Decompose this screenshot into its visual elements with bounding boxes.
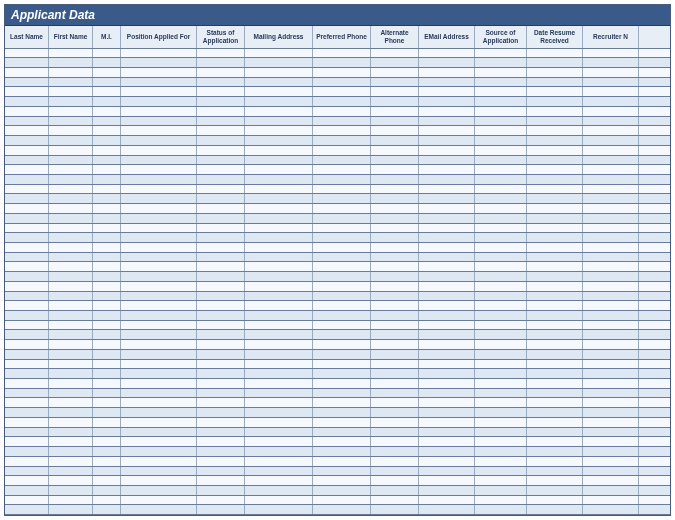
cell[interactable] [245, 233, 313, 242]
cell[interactable] [245, 58, 313, 67]
cell[interactable] [371, 243, 419, 252]
cell[interactable] [371, 175, 419, 184]
cell[interactable] [5, 350, 49, 359]
cell[interactable] [527, 408, 583, 417]
cell[interactable] [371, 408, 419, 417]
cell[interactable] [475, 292, 527, 301]
cell[interactable] [527, 360, 583, 369]
cell[interactable] [583, 107, 639, 116]
cell[interactable] [419, 379, 475, 388]
cell[interactable] [245, 117, 313, 126]
cell[interactable] [313, 301, 371, 310]
cell[interactable] [121, 486, 197, 495]
cell[interactable] [313, 360, 371, 369]
cell[interactable] [49, 447, 93, 456]
cell[interactable] [197, 68, 245, 77]
cell[interactable] [371, 58, 419, 67]
cell[interactable] [5, 418, 49, 427]
cell[interactable] [93, 233, 121, 242]
cell[interactable] [527, 496, 583, 505]
cell[interactable] [371, 340, 419, 349]
cell[interactable] [419, 224, 475, 233]
cell[interactable] [475, 262, 527, 271]
cell[interactable] [245, 379, 313, 388]
cell[interactable] [313, 253, 371, 262]
cell[interactable] [93, 253, 121, 262]
cell[interactable] [49, 272, 93, 281]
cell[interactable] [313, 97, 371, 106]
cell[interactable] [245, 165, 313, 174]
cell[interactable] [583, 126, 639, 135]
cell[interactable] [49, 204, 93, 213]
cell[interactable] [527, 87, 583, 96]
cell[interactable] [313, 204, 371, 213]
cell[interactable] [371, 253, 419, 262]
cell[interactable] [419, 476, 475, 485]
cell[interactable] [313, 87, 371, 96]
cell[interactable] [245, 78, 313, 87]
cell[interactable] [527, 418, 583, 427]
cell[interactable] [245, 505, 313, 514]
cell[interactable] [419, 272, 475, 281]
cell[interactable] [197, 408, 245, 417]
cell[interactable] [313, 243, 371, 252]
cell[interactable] [313, 389, 371, 398]
cell[interactable] [419, 214, 475, 223]
cell[interactable] [371, 282, 419, 291]
cell[interactable] [583, 58, 639, 67]
cell[interactable] [121, 224, 197, 233]
cell[interactable] [121, 185, 197, 194]
cell[interactable] [121, 262, 197, 271]
cell[interactable] [245, 214, 313, 223]
cell[interactable] [49, 165, 93, 174]
cell[interactable] [5, 58, 49, 67]
cell[interactable] [313, 282, 371, 291]
cell[interactable] [371, 156, 419, 165]
cell[interactable] [245, 496, 313, 505]
cell[interactable] [419, 233, 475, 242]
cell[interactable] [49, 126, 93, 135]
cell[interactable] [527, 117, 583, 126]
cell[interactable] [419, 350, 475, 359]
cell[interactable] [49, 87, 93, 96]
cell[interactable] [527, 321, 583, 330]
cell[interactable] [583, 87, 639, 96]
col-header-datereceived[interactable]: Date Resume Received [527, 26, 583, 48]
cell[interactable] [197, 107, 245, 116]
cell[interactable] [475, 68, 527, 77]
cell[interactable] [93, 408, 121, 417]
cell[interactable] [583, 486, 639, 495]
cell[interactable] [527, 214, 583, 223]
cell[interactable] [419, 49, 475, 58]
cell[interactable] [5, 398, 49, 407]
cell[interactable] [371, 78, 419, 87]
cell[interactable] [5, 214, 49, 223]
cell[interactable] [313, 292, 371, 301]
cell[interactable] [197, 165, 245, 174]
cell[interactable] [245, 330, 313, 339]
cell[interactable] [49, 243, 93, 252]
cell[interactable] [121, 467, 197, 476]
cell[interactable] [49, 476, 93, 485]
cell[interactable] [527, 136, 583, 145]
cell[interactable] [5, 292, 49, 301]
cell[interactable] [49, 437, 93, 446]
cell[interactable] [93, 262, 121, 271]
cell[interactable] [527, 292, 583, 301]
cell[interactable] [121, 253, 197, 262]
cell[interactable] [49, 78, 93, 87]
cell[interactable] [371, 476, 419, 485]
cell[interactable] [313, 418, 371, 427]
cell[interactable] [371, 379, 419, 388]
cell[interactable] [371, 87, 419, 96]
cell[interactable] [245, 321, 313, 330]
cell[interactable] [245, 437, 313, 446]
cell[interactable] [5, 253, 49, 262]
cell[interactable] [527, 311, 583, 320]
cell[interactable] [245, 175, 313, 184]
cell[interactable] [583, 437, 639, 446]
cell[interactable] [93, 447, 121, 456]
cell[interactable] [313, 408, 371, 417]
cell[interactable] [5, 136, 49, 145]
cell[interactable] [49, 408, 93, 417]
